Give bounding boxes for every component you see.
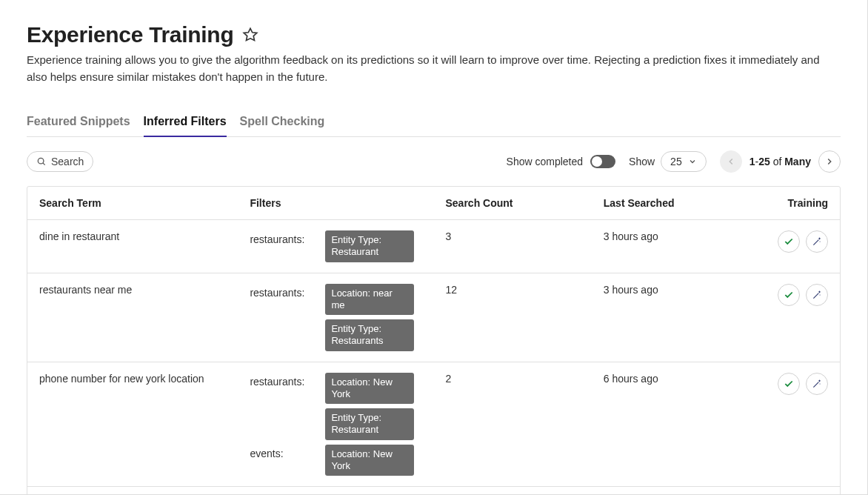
training-actions <box>778 230 828 253</box>
chevron-down-icon <box>688 157 697 166</box>
cell-search-count: 3 <box>433 220 591 273</box>
training-actions <box>778 373 828 395</box>
chevron-right-icon <box>824 156 835 167</box>
page-size-select[interactable]: 25 <box>661 151 707 172</box>
table-row: restaurants near merestaurants:Location:… <box>27 273 840 362</box>
svg-point-3 <box>820 294 821 295</box>
col-last-searched: Last Searched <box>592 187 750 220</box>
page-range: 1-25 of Many <box>750 156 811 167</box>
svg-point-0 <box>38 158 44 164</box>
wand-icon <box>812 236 822 247</box>
prev-page-button[interactable] <box>720 150 742 173</box>
show-completed-toggle[interactable] <box>590 155 615 168</box>
show-completed-label: Show completed <box>507 156 584 167</box>
cell-training <box>750 362 840 487</box>
filter-group: restaurants:Location: near meEntity Type… <box>250 284 421 351</box>
approve-button[interactable] <box>778 284 800 306</box>
edit-button[interactable] <box>806 284 828 306</box>
cell-search-term: restaurants near me <box>27 273 238 362</box>
filter-type-label: restaurants: <box>250 284 309 299</box>
cell-last-searched: 3 hours ago <box>592 273 750 362</box>
filter-type-label: restaurants: <box>250 373 309 388</box>
toggle-knob <box>592 156 602 167</box>
tab-inferred-filters[interactable]: Inferred Filters <box>144 115 227 137</box>
page-size-value: 25 <box>670 156 682 167</box>
table-row: restaurantrestaurants:Entity Type: Resta… <box>27 487 840 496</box>
search-icon <box>36 156 47 167</box>
filter-group: restaurants:Location: New YorkEntity Typ… <box>250 373 421 440</box>
cell-filters: restaurants:Location: New YorkEntity Typ… <box>238 362 433 487</box>
cell-last-searched: 2 days ago <box>592 487 750 496</box>
cell-search-term: dine in restaurant <box>27 220 238 273</box>
check-icon <box>784 236 794 247</box>
table-row: phone number for new york locationrestau… <box>27 362 840 487</box>
col-filters: Filters <box>238 187 433 220</box>
filter-chip-list: Entity Type: Restaurant <box>325 230 414 262</box>
chevron-left-icon <box>726 156 736 167</box>
filter-chip-list: Location: New York <box>325 445 414 476</box>
filter-chip: Location: New York <box>325 445 414 476</box>
cell-last-searched: 3 hours ago <box>592 220 750 273</box>
filter-group: restaurants:Entity Type: Restaurant <box>250 230 421 262</box>
tab-spell-checking[interactable]: Spell Checking <box>240 115 325 137</box>
pager: 1-25 of Many <box>720 150 841 173</box>
show-label: Show <box>629 156 655 167</box>
svg-point-2 <box>820 241 821 242</box>
wand-icon <box>812 290 822 300</box>
cell-search-term: restaurant <box>27 487 238 496</box>
favorite-button[interactable] <box>241 25 260 44</box>
edit-button[interactable] <box>806 373 828 395</box>
table-row: dine in restaurantrestaurants:Entity Typ… <box>27 220 840 273</box>
approve-button[interactable] <box>778 230 800 253</box>
filter-chip: Location: near me <box>325 284 414 316</box>
cell-search-count: 12 <box>433 273 591 362</box>
search-input[interactable]: Search <box>27 151 93 172</box>
next-page-button[interactable] <box>818 150 841 173</box>
edit-button[interactable] <box>806 230 828 253</box>
svg-line-1 <box>43 163 45 165</box>
star-icon <box>242 27 258 43</box>
search-label: Search <box>51 156 84 167</box>
cell-training <box>750 487 840 496</box>
cell-training <box>750 220 840 273</box>
wand-icon <box>812 379 822 389</box>
filter-chip: Entity Type: Restaurants <box>325 319 414 351</box>
filter-chip-list: Location: New YorkEntity Type: Restauran… <box>325 373 414 440</box>
col-search-term: Search Term <box>27 187 238 220</box>
page-description: Experience training allows you to give t… <box>27 52 841 85</box>
cell-search-count: 2 <box>433 362 591 487</box>
cell-search-term: phone number for new york location <box>27 362 238 487</box>
filter-chip: Location: New York <box>325 373 414 405</box>
tab-featured-snippets[interactable]: Featured Snippets <box>27 115 130 137</box>
approve-button[interactable] <box>778 373 800 395</box>
cell-last-searched: 6 hours ago <box>592 362 750 487</box>
filter-type-label: restaurants: <box>250 230 309 245</box>
cell-filters: restaurants:Entity Type: Restaurant <box>238 487 433 496</box>
cell-filters: restaurants:Entity Type: Restaurant <box>238 220 433 273</box>
page-title: Experience Training <box>27 22 233 47</box>
filter-chip-list: Location: near meEntity Type: Restaurant… <box>325 284 414 351</box>
col-training: Training <box>750 187 840 220</box>
col-search-count: Search Count <box>433 187 591 220</box>
results-table: Search Term Filters Search Count Last Se… <box>27 187 840 495</box>
cell-search-count: 1 <box>433 487 591 496</box>
filter-chip: Entity Type: Restaurant <box>325 230 414 262</box>
cell-filters: restaurants:Location: near meEntity Type… <box>238 273 433 362</box>
filter-group: events:Location: New York <box>250 445 421 476</box>
training-actions <box>778 284 828 306</box>
tabs: Featured Snippets Inferred Filters Spell… <box>27 115 841 137</box>
cell-training <box>750 273 840 362</box>
svg-point-4 <box>820 383 821 384</box>
check-icon <box>784 379 794 389</box>
filter-chip: Entity Type: Restaurant <box>325 408 414 440</box>
check-icon <box>784 290 794 300</box>
filter-type-label: events: <box>250 445 309 459</box>
